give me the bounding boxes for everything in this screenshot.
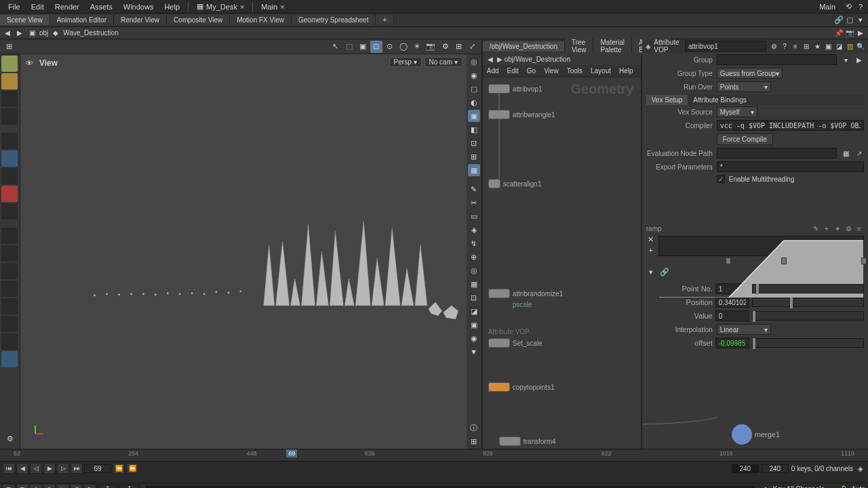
tab-composite-view[interactable]: Composite View <box>167 15 230 25</box>
bb-loop-icon[interactable]: ↻ <box>84 484 96 489</box>
params-node-name[interactable] <box>685 41 766 52</box>
menu-windows[interactable]: Windows <box>118 3 159 11</box>
snap-grid-icon[interactable]: ⊡ <box>370 41 382 53</box>
net-path-network[interactable]: Wave_Destruction <box>515 56 570 63</box>
tab-add[interactable]: + <box>376 15 394 25</box>
vr-tool-14[interactable]: ↯ <box>468 237 480 249</box>
vr-tool-20[interactable]: ▣ <box>468 319 480 331</box>
multithreading-checkbox[interactable]: ✓ <box>717 175 725 183</box>
shelf-tool-4[interactable] <box>1 168 18 184</box>
shelf-tool-5[interactable] <box>1 186 18 202</box>
tab-render-view[interactable]: Render View <box>114 15 167 25</box>
vr-grid-icon[interactable]: ⊞ <box>468 435 480 447</box>
tab-attribute-bindings[interactable]: Attribute Bindings <box>688 95 751 105</box>
lighting-icon[interactable]: ☀ <box>411 41 423 53</box>
bb-chevron-icon[interactable]: ▾ <box>827 485 836 489</box>
group-dropdown-icon[interactable]: ▾ <box>841 55 850 64</box>
node-attribrandomize1[interactable]: attribrandomize1 pscale <box>488 289 563 308</box>
vr-tool-5[interactable]: ▣ <box>468 110 480 122</box>
menu-render[interactable]: Render <box>50 3 85 11</box>
path-render-icon[interactable]: ▶ <box>856 28 865 38</box>
ramp-handle-1[interactable] <box>726 258 731 264</box>
net-menu-tools[interactable]: Tools <box>563 67 587 75</box>
export-params-field[interactable] <box>717 161 864 172</box>
node-set-scale[interactable]: Attribute VOP Set_scale <box>488 328 542 348</box>
bb-tool-2[interactable]: ⊞ <box>16 484 28 489</box>
vr-tool-19[interactable]: ◪ <box>468 305 480 317</box>
tab-vex-setup[interactable]: Vex Setup <box>646 95 688 105</box>
tl-play-button[interactable]: ▶ <box>43 463 56 474</box>
shelf-tool-11[interactable] <box>1 298 18 314</box>
bb-tool-1[interactable]: ⊡ <box>3 484 15 489</box>
timeline-current-frame[interactable]: 69 <box>286 449 297 458</box>
net-menu-edit[interactable]: Edit <box>503 67 523 75</box>
menu-assets[interactable]: Assets <box>85 3 118 11</box>
snap-point-icon[interactable]: ⊙ <box>384 41 396 53</box>
snap-curve-icon[interactable]: ◯ <box>397 41 410 53</box>
shelf-tool-8[interactable] <box>1 245 18 262</box>
params-flag1-icon[interactable]: ▣ <box>823 41 833 51</box>
ramp-gear-icon[interactable]: ⚙ <box>844 224 853 233</box>
tab-geometry-spreadsheet[interactable]: Geometry Spreadsheet <box>292 15 376 25</box>
persp-dropdown[interactable]: Persp ▾ <box>389 57 422 67</box>
vp-grid-icon[interactable]: ⊞ <box>3 41 15 53</box>
net-menu-add[interactable]: Add <box>483 67 503 75</box>
nav-fwd-icon[interactable]: ▶ <box>15 28 24 38</box>
params-list-icon[interactable]: ≡ <box>791 41 800 51</box>
tl-stepback-button[interactable]: ⏪ <box>113 463 125 474</box>
bb-tool-5[interactable]: ▶ <box>57 484 69 489</box>
params-search-icon[interactable]: 🔍 <box>856 41 865 51</box>
main-tab[interactable]: Main × <box>256 3 290 11</box>
run-over-select[interactable]: Points▾ <box>717 81 771 92</box>
camera-icon[interactable]: 📷 <box>425 41 437 53</box>
viewport-layout-icon[interactable]: ⊞ <box>453 41 465 53</box>
ramp-star-icon[interactable]: ✦ <box>833 224 842 233</box>
bb-start-field[interactable] <box>98 485 118 488</box>
eval-path-field[interactable] <box>717 148 837 159</box>
tl-prev-button[interactable]: ◀ <box>16 463 28 474</box>
main-close-icon[interactable]: × <box>280 3 284 11</box>
shelf-tool-1[interactable] <box>1 73 18 89</box>
ramp-handle-2[interactable] <box>781 258 787 264</box>
node-attribwrangle1[interactable]: attribwrangle1 <box>488 110 555 119</box>
display-options-icon[interactable]: ⚙ <box>439 41 452 53</box>
path-pin-icon[interactable]: 📌 <box>834 28 844 38</box>
offset-slider[interactable] <box>752 338 864 348</box>
node-merge1[interactable]: merge1 <box>732 424 780 445</box>
vr-tool-7[interactable]: ⊡ <box>468 137 480 149</box>
network-canvas[interactable]: Geometry attribvop1 attribwrangle1 scatt… <box>483 77 641 449</box>
vr-tool-4[interactable]: ◐ <box>468 96 480 108</box>
select-all-icon[interactable]: ↖ <box>330 41 342 53</box>
vr-tool-13[interactable]: ◈ <box>468 224 480 236</box>
net-path-obj[interactable]: obj <box>505 56 513 63</box>
menu-edit[interactable]: Edit <box>26 3 50 11</box>
force-compile-button[interactable]: Force Compile <box>717 134 773 145</box>
vr-tool-15[interactable]: ⊕ <box>468 251 480 263</box>
position-slider[interactable] <box>752 298 864 307</box>
viewport-canvas[interactable] <box>20 69 467 447</box>
vex-source-select[interactable]: Myself▾ <box>717 106 757 117</box>
shelf-tool-7[interactable] <box>1 228 18 244</box>
menu-help[interactable]: Help <box>159 3 185 11</box>
vr-tool-1[interactable]: ◎ <box>468 56 480 68</box>
net-menu-view[interactable]: View <box>540 67 563 75</box>
shelf-tool-lock[interactable] <box>1 150 18 167</box>
tl-range-end-field[interactable] <box>762 464 789 473</box>
params-grid-icon[interactable]: ⊞ <box>802 41 811 51</box>
offset-field[interactable] <box>715 338 749 348</box>
ramp-handles[interactable] <box>658 258 864 266</box>
net-fwd-icon[interactable]: ▶ <box>495 54 505 64</box>
pane-max-icon[interactable]: ▢ <box>845 16 854 25</box>
tab-animation-editor[interactable]: Animation Editor <box>50 15 114 25</box>
compiler-field[interactable] <box>717 120 864 131</box>
camera-dropdown[interactable]: No cam ▾ <box>425 57 462 67</box>
group-type-select[interactable]: Guess from Group▾ <box>717 68 783 79</box>
bb-key-icon[interactable]: ◆ <box>761 485 770 489</box>
desk-tab[interactable]: ▦ My_Desk × <box>191 2 250 11</box>
vr-tool-16[interactable]: ◎ <box>468 264 480 277</box>
value-slider[interactable] <box>752 311 864 321</box>
node-attribvop1[interactable]: attribvop1 <box>488 84 542 94</box>
ramp-graph[interactable] <box>658 236 864 256</box>
node-transform4[interactable]: transform4 <box>499 436 556 446</box>
tl-playrev-button[interactable]: ◁ <box>30 463 42 474</box>
